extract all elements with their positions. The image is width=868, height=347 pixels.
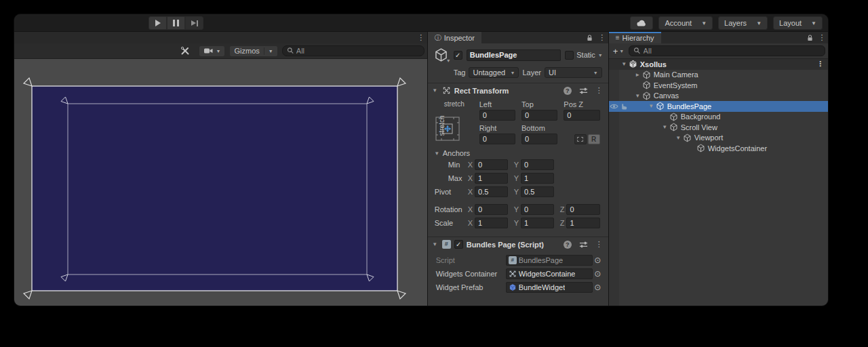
blueprint-mode-button[interactable]: [574, 134, 587, 144]
foldout-icon[interactable]: ▼: [431, 87, 439, 94]
object-picker-icon[interactable]: ⊙: [593, 269, 603, 279]
tab-inspector[interactable]: ⓘ Inspector: [428, 32, 481, 43]
right-field[interactable]: [479, 134, 515, 144]
scene-viewport[interactable]: [14, 59, 427, 306]
anchor-max-x-field[interactable]: [475, 173, 508, 184]
x-axis-label: X: [468, 174, 473, 182]
bottom-field[interactable]: [521, 134, 557, 144]
panel-menu-icon[interactable]: ⋮: [816, 32, 828, 43]
wrench-icon: [180, 46, 190, 56]
lock-icon[interactable]: [804, 32, 816, 43]
object-reference-field[interactable]: #BundlesPage: [506, 255, 593, 266]
layout-label: Layout: [779, 19, 802, 27]
static-checkbox[interactable]: ✓: [565, 51, 574, 60]
pivot-x-field[interactable]: [475, 186, 508, 197]
layer-value: UI: [549, 68, 556, 77]
scene-camera-dropdown[interactable]: ▼: [199, 45, 226, 57]
foldout-icon[interactable]: ▼: [620, 61, 629, 67]
gizmos-dropdown[interactable]: Gizmos ▼: [229, 45, 277, 57]
panel-menu-icon[interactable]: ⋮: [596, 32, 608, 43]
scene-tools-button[interactable]: [176, 45, 195, 57]
z-axis-label: Z: [560, 219, 565, 227]
object-picker-icon[interactable]: ⊙: [593, 283, 603, 292]
pause-button[interactable]: [167, 16, 185, 30]
component-enabled-checkbox[interactable]: ✓: [454, 240, 463, 249]
foldout-icon[interactable]: ▼: [633, 93, 642, 99]
cloud-services-button[interactable]: [630, 16, 653, 30]
scene-menu-icon[interactable]: ⋮: [816, 60, 824, 68]
x-axis-label: X: [468, 188, 473, 196]
ui-canvas-rect[interactable]: [32, 86, 397, 291]
rect-transform-header[interactable]: ▼ Rect Transform ? ⋮: [428, 83, 608, 98]
foldout-icon[interactable]: ▼: [647, 103, 656, 109]
layers-dropdown[interactable]: Layers▼: [718, 16, 768, 30]
active-checkbox[interactable]: ✓: [454, 51, 462, 60]
component-menu-icon[interactable]: ⋮: [595, 240, 603, 249]
hierarchy-row-scroll-view[interactable]: ▼Scroll View: [609, 122, 828, 133]
help-icon[interactable]: ?: [564, 241, 572, 249]
anchors-foldout[interactable]: ▼ Anchors: [433, 149, 600, 157]
help-icon[interactable]: ?: [564, 87, 572, 95]
hierarchy-row-main-camera[interactable]: ►Main Camera: [609, 70, 828, 81]
hierarchy-row-canvas[interactable]: ▼Canvas: [609, 91, 828, 102]
gameobject-icon[interactable]: ▼: [433, 47, 450, 62]
anchor-max-y-field[interactable]: [521, 173, 554, 184]
foldout-icon[interactable]: ▼: [660, 124, 669, 130]
rotation-y-field[interactable]: [521, 204, 554, 215]
rotation-z-field[interactable]: [566, 204, 599, 215]
left-field[interactable]: [479, 110, 515, 121]
scene-search-input[interactable]: [296, 47, 420, 55]
hierarchy-search-input[interactable]: [644, 47, 821, 55]
layer-dropdown[interactable]: UI ▼: [545, 67, 602, 78]
anchor-min-y-field[interactable]: [521, 159, 554, 170]
create-object-button[interactable]: + ▼: [613, 46, 625, 56]
gameobject-name-field[interactable]: [467, 49, 561, 61]
static-dropdown-caret[interactable]: ▼: [598, 53, 603, 58]
raw-edit-mode-button[interactable]: R: [588, 134, 600, 144]
visibility-eye-icon[interactable]: [610, 103, 618, 110]
layout-dropdown[interactable]: Layout▼: [773, 16, 823, 30]
hierarchy-row-eventsystem[interactable]: EventSystem: [609, 80, 828, 91]
prefab-icon: [509, 283, 517, 291]
unity-scene-icon: [629, 60, 639, 68]
scene-search-field[interactable]: [282, 45, 425, 56]
hierarchy-row-viewport[interactable]: ▼Viewport: [609, 133, 828, 144]
pickability-icon[interactable]: [619, 102, 628, 110]
presets-icon[interactable]: [579, 241, 588, 249]
script-component-header[interactable]: ▼ # ✓ Bundles Page (Script) ? ⋮: [428, 237, 608, 251]
gameobject-cube-icon: [642, 70, 652, 79]
rotation-x-field[interactable]: [475, 204, 508, 215]
y-axis-label: Y: [514, 188, 519, 196]
foldout-icon[interactable]: ▼: [431, 241, 439, 247]
chevron-down-icon: ▼: [701, 20, 707, 26]
foldout-icon[interactable]: ▼: [674, 135, 683, 141]
play-button[interactable]: [149, 16, 167, 30]
hierarchy-row-bundlespage[interactable]: ▼BundlesPage: [609, 101, 828, 112]
anchor-min-x-field[interactable]: [475, 159, 508, 170]
hierarchy-row-widgetscontainer[interactable]: WidgetsContainer: [609, 143, 828, 154]
presets-icon[interactable]: [579, 87, 588, 95]
object-reference-field[interactable]: WidgetsContaine: [506, 268, 593, 279]
foldout-icon[interactable]: ►: [633, 72, 642, 78]
hierarchy-row-background[interactable]: Background: [609, 112, 828, 123]
panel-menu-icon[interactable]: ⋮: [415, 32, 427, 43]
account-dropdown[interactable]: Account▼: [658, 16, 713, 30]
scale-x-field[interactable]: [475, 218, 508, 228]
object-picker-icon[interactable]: ⊙: [593, 256, 603, 265]
pivot-y-field[interactable]: [521, 186, 554, 197]
scale-z-field[interactable]: [566, 218, 599, 228]
object-reference-value: BundlesPage: [519, 256, 563, 264]
hierarchy-row-xsollus[interactable]: ▼Xsollus⋮: [609, 59, 828, 70]
object-reference-field[interactable]: BundleWidget: [506, 282, 593, 293]
tag-dropdown[interactable]: Untagged ▼: [469, 67, 519, 78]
top-field[interactable]: [521, 110, 557, 121]
lock-icon[interactable]: [584, 32, 596, 43]
hierarchy-search-field[interactable]: [629, 45, 825, 56]
gameobject-cube-icon: [642, 91, 652, 100]
posz-field[interactable]: [564, 110, 599, 121]
y-axis-label: Y: [514, 219, 519, 227]
tab-hierarchy[interactable]: ≡ Hierarchy: [609, 32, 661, 43]
scale-y-field[interactable]: [521, 218, 554, 228]
step-button[interactable]: [185, 16, 203, 30]
component-menu-icon[interactable]: ⋮: [595, 86, 603, 95]
